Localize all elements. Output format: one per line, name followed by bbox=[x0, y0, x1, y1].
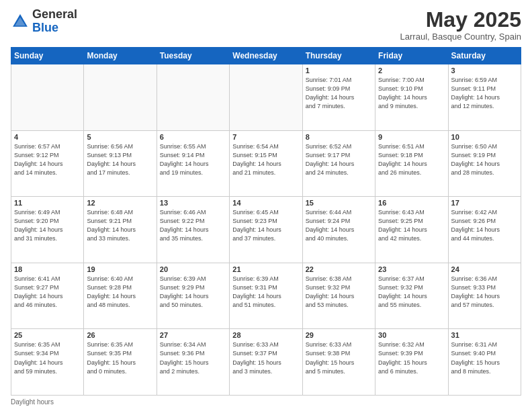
day-info: Sunrise: 6:48 AM Sunset: 9:21 PM Dayligh… bbox=[87, 208, 153, 243]
day-cell-2: 2Sunrise: 7:00 AM Sunset: 9:10 PM Daylig… bbox=[375, 64, 448, 131]
day-cell-20: 20Sunrise: 6:39 AM Sunset: 9:29 PM Dayli… bbox=[157, 263, 229, 329]
day-number: 8 bbox=[306, 133, 372, 141]
day-info: Sunrise: 6:59 AM Sunset: 9:11 PM Dayligh… bbox=[451, 76, 518, 111]
day-cell-18: 18Sunrise: 6:41 AM Sunset: 9:27 PM Dayli… bbox=[11, 263, 84, 329]
day-info: Sunrise: 6:39 AM Sunset: 9:29 PM Dayligh… bbox=[160, 275, 226, 310]
day-number: 7 bbox=[232, 133, 299, 141]
day-number: 20 bbox=[160, 265, 226, 273]
day-info: Sunrise: 6:45 AM Sunset: 9:23 PM Dayligh… bbox=[232, 208, 299, 243]
day-info: Sunrise: 6:46 AM Sunset: 9:22 PM Dayligh… bbox=[160, 208, 226, 243]
day-number: 19 bbox=[87, 265, 153, 273]
title-block: May 2025 Larraul, Basque Country, Spain bbox=[400, 8, 521, 42]
day-info: Sunrise: 6:38 AM Sunset: 9:32 PM Dayligh… bbox=[306, 275, 372, 310]
day-cell-11: 11Sunrise: 6:49 AM Sunset: 9:20 PM Dayli… bbox=[11, 197, 84, 263]
day-info: Sunrise: 6:42 AM Sunset: 9:26 PM Dayligh… bbox=[451, 208, 518, 243]
day-number: 14 bbox=[232, 199, 299, 207]
week-row-1: 1Sunrise: 7:01 AM Sunset: 9:09 PM Daylig… bbox=[11, 64, 521, 131]
page: General Blue May 2025 Larraul, Basque Co… bbox=[0, 0, 532, 411]
logo-text: General Blue bbox=[32, 8, 77, 35]
day-cell-28: 28Sunrise: 6:33 AM Sunset: 9:37 PM Dayli… bbox=[230, 329, 302, 396]
day-cell-27: 27Sunrise: 6:34 AM Sunset: 9:36 PM Dayli… bbox=[157, 329, 229, 396]
empty-cell bbox=[230, 64, 302, 131]
footer-note: Daylight hours bbox=[11, 398, 521, 406]
day-number: 24 bbox=[451, 265, 518, 273]
day-cell-29: 29Sunrise: 6:33 AM Sunset: 9:38 PM Dayli… bbox=[302, 329, 375, 396]
day-cell-10: 10Sunrise: 6:50 AM Sunset: 9:19 PM Dayli… bbox=[448, 130, 521, 197]
day-info: Sunrise: 6:32 AM Sunset: 9:39 PM Dayligh… bbox=[378, 340, 445, 375]
day-info: Sunrise: 6:43 AM Sunset: 9:25 PM Dayligh… bbox=[378, 208, 445, 243]
logo-blue: Blue bbox=[32, 21, 58, 34]
day-number: 3 bbox=[451, 66, 518, 75]
day-cell-3: 3Sunrise: 6:59 AM Sunset: 9:11 PM Daylig… bbox=[448, 64, 521, 131]
day-info: Sunrise: 6:41 AM Sunset: 9:27 PM Dayligh… bbox=[14, 275, 81, 310]
day-number: 15 bbox=[306, 199, 372, 207]
weekday-friday: Friday bbox=[375, 48, 448, 64]
day-number: 17 bbox=[451, 199, 518, 207]
day-info: Sunrise: 6:49 AM Sunset: 9:20 PM Dayligh… bbox=[14, 208, 81, 243]
weekday-monday: Monday bbox=[84, 48, 157, 64]
day-number: 4 bbox=[14, 133, 81, 141]
day-cell-16: 16Sunrise: 6:43 AM Sunset: 9:25 PM Dayli… bbox=[375, 197, 448, 263]
weekday-saturday: Saturday bbox=[448, 48, 521, 64]
month-title: May 2025 bbox=[400, 8, 521, 32]
weekday-sunday: Sunday bbox=[11, 48, 84, 64]
logo: General Blue bbox=[11, 8, 77, 35]
day-cell-22: 22Sunrise: 6:38 AM Sunset: 9:32 PM Dayli… bbox=[302, 263, 375, 329]
day-cell-14: 14Sunrise: 6:45 AM Sunset: 9:23 PM Dayli… bbox=[230, 197, 302, 263]
day-number: 21 bbox=[232, 265, 299, 273]
day-number: 27 bbox=[160, 331, 226, 339]
day-info: Sunrise: 6:56 AM Sunset: 9:13 PM Dayligh… bbox=[87, 142, 153, 177]
day-number: 9 bbox=[378, 133, 445, 141]
week-row-4: 18Sunrise: 6:41 AM Sunset: 9:27 PM Dayli… bbox=[11, 263, 521, 329]
day-info: Sunrise: 6:52 AM Sunset: 9:17 PM Dayligh… bbox=[306, 142, 372, 177]
location: Larraul, Basque Country, Spain bbox=[400, 32, 521, 42]
calendar-table: SundayMondayTuesdayWednesdayThursdayFrid… bbox=[11, 47, 521, 396]
day-info: Sunrise: 6:39 AM Sunset: 9:31 PM Dayligh… bbox=[232, 275, 299, 310]
day-cell-9: 9Sunrise: 6:51 AM Sunset: 9:18 PM Daylig… bbox=[375, 130, 448, 197]
day-cell-15: 15Sunrise: 6:44 AM Sunset: 9:24 PM Dayli… bbox=[302, 197, 375, 263]
day-info: Sunrise: 6:40 AM Sunset: 9:28 PM Dayligh… bbox=[87, 275, 153, 310]
day-number: 2 bbox=[378, 66, 445, 75]
day-cell-8: 8Sunrise: 6:52 AM Sunset: 9:17 PM Daylig… bbox=[302, 130, 375, 197]
day-number: 12 bbox=[87, 199, 153, 207]
day-number: 23 bbox=[378, 265, 445, 273]
day-cell-7: 7Sunrise: 6:54 AM Sunset: 9:15 PM Daylig… bbox=[230, 130, 302, 197]
day-number: 30 bbox=[378, 331, 445, 339]
week-row-3: 11Sunrise: 6:49 AM Sunset: 9:20 PM Dayli… bbox=[11, 197, 521, 263]
day-info: Sunrise: 6:44 AM Sunset: 9:24 PM Dayligh… bbox=[306, 208, 372, 243]
day-info: Sunrise: 6:35 AM Sunset: 9:35 PM Dayligh… bbox=[87, 340, 153, 375]
day-cell-19: 19Sunrise: 6:40 AM Sunset: 9:28 PM Dayli… bbox=[84, 263, 157, 329]
day-cell-24: 24Sunrise: 6:36 AM Sunset: 9:33 PM Dayli… bbox=[448, 263, 521, 329]
day-cell-26: 26Sunrise: 6:35 AM Sunset: 9:35 PM Dayli… bbox=[84, 329, 157, 396]
logo-icon bbox=[11, 12, 30, 31]
day-number: 13 bbox=[160, 199, 226, 207]
day-info: Sunrise: 6:31 AM Sunset: 9:40 PM Dayligh… bbox=[451, 340, 518, 375]
empty-cell bbox=[157, 64, 229, 131]
week-row-2: 4Sunrise: 6:57 AM Sunset: 9:12 PM Daylig… bbox=[11, 130, 521, 197]
day-cell-1: 1Sunrise: 7:01 AM Sunset: 9:09 PM Daylig… bbox=[302, 64, 375, 131]
day-info: Sunrise: 7:01 AM Sunset: 9:09 PM Dayligh… bbox=[306, 76, 372, 111]
day-cell-12: 12Sunrise: 6:48 AM Sunset: 9:21 PM Dayli… bbox=[84, 197, 157, 263]
day-cell-13: 13Sunrise: 6:46 AM Sunset: 9:22 PM Dayli… bbox=[157, 197, 229, 263]
day-info: Sunrise: 6:35 AM Sunset: 9:34 PM Dayligh… bbox=[14, 340, 81, 375]
day-number: 6 bbox=[160, 133, 226, 141]
daylight-hours-label: Daylight hours bbox=[11, 398, 54, 406]
day-number: 25 bbox=[14, 331, 81, 339]
day-info: Sunrise: 6:51 AM Sunset: 9:18 PM Dayligh… bbox=[378, 142, 445, 177]
day-number: 26 bbox=[87, 331, 153, 339]
day-info: Sunrise: 6:54 AM Sunset: 9:15 PM Dayligh… bbox=[232, 142, 299, 177]
week-row-5: 25Sunrise: 6:35 AM Sunset: 9:34 PM Dayli… bbox=[11, 329, 521, 396]
day-cell-30: 30Sunrise: 6:32 AM Sunset: 9:39 PM Dayli… bbox=[375, 329, 448, 396]
day-number: 29 bbox=[306, 331, 372, 339]
day-cell-31: 31Sunrise: 6:31 AM Sunset: 9:40 PM Dayli… bbox=[448, 329, 521, 396]
day-number: 11 bbox=[14, 199, 81, 207]
day-cell-25: 25Sunrise: 6:35 AM Sunset: 9:34 PM Dayli… bbox=[11, 329, 84, 396]
day-info: Sunrise: 6:33 AM Sunset: 9:38 PM Dayligh… bbox=[306, 340, 372, 375]
day-info: Sunrise: 6:34 AM Sunset: 9:36 PM Dayligh… bbox=[160, 340, 226, 375]
day-number: 10 bbox=[451, 133, 518, 141]
weekday-tuesday: Tuesday bbox=[157, 48, 229, 64]
day-cell-4: 4Sunrise: 6:57 AM Sunset: 9:12 PM Daylig… bbox=[11, 130, 84, 197]
day-info: Sunrise: 6:37 AM Sunset: 9:32 PM Dayligh… bbox=[378, 275, 445, 310]
day-info: Sunrise: 6:33 AM Sunset: 9:37 PM Dayligh… bbox=[232, 340, 299, 375]
day-number: 22 bbox=[306, 265, 372, 273]
